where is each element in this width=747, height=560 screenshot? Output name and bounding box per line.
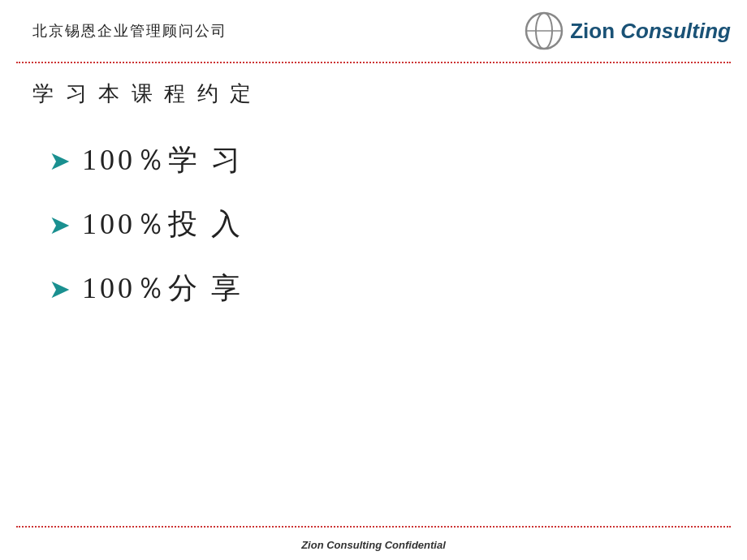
arrow-icon-1: ➤ (49, 145, 74, 176)
logo-circle-icon (523, 10, 565, 52)
footer-text: Zion Consulting Confidential (301, 539, 446, 551)
bullet-text-2: 100％投 入 (82, 205, 244, 244)
bullet-text-3: 100％分 享 (82, 269, 244, 308)
bullet-item-1: ➤ 100％学 习 (49, 140, 715, 180)
bullet-text-1: 100％学 习 (82, 140, 244, 180)
company-name: 北京锡恩企业管理顾问公司 (32, 21, 227, 41)
logo-area: Zion Consulting (523, 10, 731, 52)
footer: Zion Consulting Confidential (0, 537, 747, 552)
page-title: 学 习 本 课 程 约 定 (32, 80, 715, 108)
arrow-icon-3: ➤ (49, 274, 74, 304)
bullet-item-3: ➤ 100％分 享 (49, 269, 715, 308)
bottom-divider (16, 526, 731, 528)
logo-zion: Zion (570, 19, 615, 43)
header: 北京锡恩企业管理顾问公司 Zion Consulting (0, 0, 747, 62)
logo-text: Zion Consulting (570, 19, 731, 44)
arrow-icon-2: ➤ (49, 209, 74, 240)
bullet-item-2: ➤ 100％投 入 (49, 205, 715, 244)
bullet-list: ➤ 100％学 习 ➤ 100％投 入 ➤ 100％分 享 (49, 140, 715, 308)
main-content: 学 习 本 课 程 约 定 ➤ 100％学 习 ➤ 100％投 入 ➤ 100％… (0, 63, 747, 308)
logo-consulting: Consulting (615, 19, 731, 43)
